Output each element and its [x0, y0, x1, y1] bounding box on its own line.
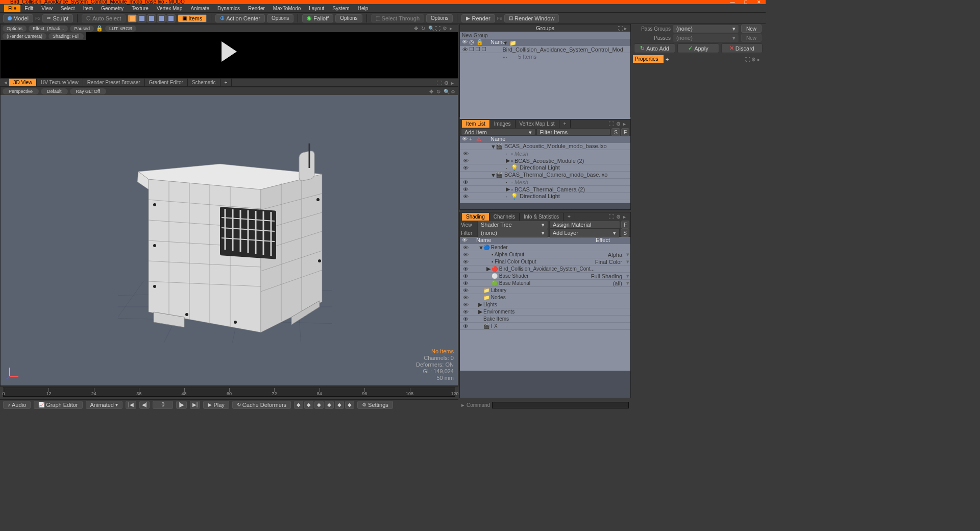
- shader-tree-dropdown[interactable]: Shader Tree▾: [477, 221, 548, 229]
- s-button[interactable]: S: [611, 128, 620, 136]
- new-button[interactable]: New: [741, 25, 762, 33]
- apply-button[interactable]: ✓Apply: [677, 43, 719, 53]
- auto-add-button[interactable]: ↻Auto Add: [634, 43, 675, 53]
- tab-info[interactable]: Info & Statistics: [520, 213, 564, 221]
- lock-icon[interactable]: 🔒: [96, 25, 103, 32]
- shader-row[interactable]: 👁 🟢 Base Material(all)▾: [460, 280, 630, 287]
- gear-icon[interactable]: ⚙: [443, 26, 448, 31]
- tab-3dview[interactable]: 3D View: [9, 79, 37, 86]
- shader-row[interactable]: 👁▶ 🔴 Bird_Collision_Avoidance_System_Con…: [460, 266, 630, 273]
- add-layer-dropdown[interactable]: Add Layer▾: [549, 229, 620, 237]
- s-button[interactable]: S: [621, 229, 629, 237]
- shader-row[interactable]: 👁 ⚪ Base ShaderFull Shading▾: [460, 273, 630, 280]
- preview-options[interactable]: Options: [3, 26, 27, 32]
- sel-mode-1[interactable]: [128, 14, 137, 22]
- maximize-button[interactable]: □: [739, 0, 752, 4]
- pass-groups-dropdown[interactable]: (none)▾: [673, 25, 739, 33]
- frame-input[interactable]: 0: [153, 401, 173, 409]
- expand-icon[interactable]: ⛶: [618, 26, 623, 31]
- options3-button[interactable]: Options: [426, 14, 453, 22]
- render-camera-pill[interactable]: (Render Camera): [3, 33, 46, 39]
- passes-dropdown[interactable]: (none)▾: [673, 34, 739, 42]
- menu-icon[interactable]: ▸: [624, 26, 629, 31]
- menu-edit[interactable]: Edit: [20, 5, 37, 12]
- shader-row[interactable]: 👁 Bake Items: [460, 316, 630, 323]
- expand-icon[interactable]: ⛶: [609, 121, 614, 126]
- menu-icon[interactable]: ▸: [450, 26, 455, 31]
- chevron-icon[interactable]: ▸: [461, 402, 464, 408]
- key-btn-1[interactable]: ◆: [294, 401, 303, 409]
- options-icon[interactable]: ⚙: [451, 89, 456, 94]
- gear-icon[interactable]: ⚙: [751, 57, 756, 62]
- select-through-button[interactable]: ⬚Select Through: [371, 14, 424, 22]
- collapse-icon[interactable]: ◂: [2, 79, 9, 86]
- play-icon[interactable]: [222, 41, 237, 62]
- f-button[interactable]: F: [621, 128, 629, 136]
- new-button2[interactable]: New: [741, 34, 762, 42]
- sel-mode-3[interactable]: [147, 14, 156, 22]
- preview-effect[interactable]: Effect: (Shadi...: [29, 26, 68, 32]
- tab-shading[interactable]: Shading: [462, 213, 489, 221]
- graph-editor-button[interactable]: 📈Graph Editor: [34, 401, 82, 409]
- axis-gizmo[interactable]: [6, 365, 21, 380]
- model-button[interactable]: Model: [3, 14, 33, 22]
- minimize-button[interactable]: —: [726, 0, 739, 4]
- item-row[interactable]: 👁▶ ▫ BCAS_Thermal_Camera (2): [460, 186, 630, 193]
- assign-material-btn[interactable]: Assign Material: [549, 221, 620, 229]
- tab-add[interactable]: +: [220, 79, 232, 86]
- menu-select[interactable]: Select: [57, 5, 79, 12]
- audio-button[interactable]: ♪Audio: [3, 401, 31, 409]
- prev-frame-button[interactable]: ◀|: [139, 401, 150, 409]
- tab-itemlist[interactable]: Item List: [462, 120, 490, 128]
- add-item-dropdown[interactable]: Add Item▾: [461, 128, 535, 135]
- render-button[interactable]: ▶Render: [461, 14, 495, 22]
- tab-vertexmap[interactable]: Vertex Map List: [516, 120, 559, 128]
- item-row[interactable]: ▼ 🎬 BCAS_Thermal_Camera_modo_base.lxo: [460, 172, 630, 179]
- auto-select-button[interactable]: ⬡Auto Select: [82, 14, 126, 22]
- shader-row[interactable]: 👁 📁 Nodes: [460, 294, 630, 301]
- item-row[interactable]: 👁· 💡 Directional Light: [460, 193, 630, 200]
- next-frame-button[interactable]: |▶: [176, 401, 187, 409]
- menu-system[interactable]: System: [328, 5, 353, 12]
- sel-mode-5[interactable]: [166, 14, 176, 22]
- sel-mode-4[interactable]: [157, 14, 166, 22]
- tab-add[interactable]: +: [564, 213, 575, 221]
- shader-row[interactable]: 👁▼ 🔵 Render: [460, 244, 630, 251]
- item-row[interactable]: 👁· ▫ Mesh: [460, 150, 630, 157]
- tab-images[interactable]: Images: [490, 120, 516, 128]
- shader-row[interactable]: 👁 🎬 FX: [460, 323, 630, 330]
- sculpt-button[interactable]: ✏Sculpt: [42, 14, 73, 22]
- menu-view[interactable]: View: [37, 5, 57, 12]
- tab-gradient[interactable]: Gradient Editor: [145, 79, 188, 86]
- timeline[interactable]: 01224364860728496108120: [0, 386, 458, 399]
- orbit-icon[interactable]: ↻: [436, 89, 442, 94]
- expand-icon[interactable]: ⛶: [745, 57, 750, 62]
- menu-help[interactable]: Help: [354, 5, 373, 12]
- command-input[interactable]: [492, 402, 629, 408]
- goto-end-button[interactable]: ▶|: [190, 401, 201, 409]
- tab-channels[interactable]: Channels: [489, 213, 520, 221]
- key-btn-5[interactable]: ◆: [335, 401, 344, 409]
- menu-layout[interactable]: Layout: [305, 5, 328, 12]
- discard-button[interactable]: ✕Discard: [721, 43, 763, 53]
- menu-maxtomodo[interactable]: MaxToModo: [269, 5, 305, 12]
- key-btn-3[interactable]: ◆: [314, 401, 324, 409]
- options1-button[interactable]: Options: [267, 14, 293, 22]
- 3d-viewport[interactable]: Perspective Default Ray GL: Off ✥ ↻ 🔍 ⚙: [0, 87, 458, 386]
- item-row[interactable]: 👁· ▫ Mesh: [460, 179, 630, 186]
- menu-animate[interactable]: Animate: [186, 5, 213, 12]
- group-item-row[interactable]: 👁☐☐☐ ▼ 📁 Bird_Collision_Avoidance_System…: [460, 46, 630, 53]
- item-row[interactable]: ▼ 🎬 BCAS_Acoustic_Module_modo_base.lxo: [460, 143, 630, 150]
- shader-row[interactable]: 👁▶ Environments: [460, 308, 630, 316]
- settings-button[interactable]: ⚙Settings: [357, 401, 393, 409]
- key-btn-6[interactable]: ◆: [345, 401, 354, 409]
- goto-start-button[interactable]: |◀: [126, 401, 136, 409]
- filter-items-input[interactable]: Filter Items: [536, 128, 611, 135]
- key-btn-2[interactable]: ◆: [304, 401, 313, 409]
- menu-vertexmap[interactable]: Vertex Map: [153, 5, 187, 12]
- default-dropdown[interactable]: Default: [41, 88, 68, 94]
- refresh-icon[interactable]: ↻: [421, 26, 426, 31]
- shading-full-pill[interactable]: Shading: Full: [48, 33, 84, 39]
- menu-texture[interactable]: Texture: [128, 5, 153, 12]
- menu-icon[interactable]: ▸: [451, 80, 456, 85]
